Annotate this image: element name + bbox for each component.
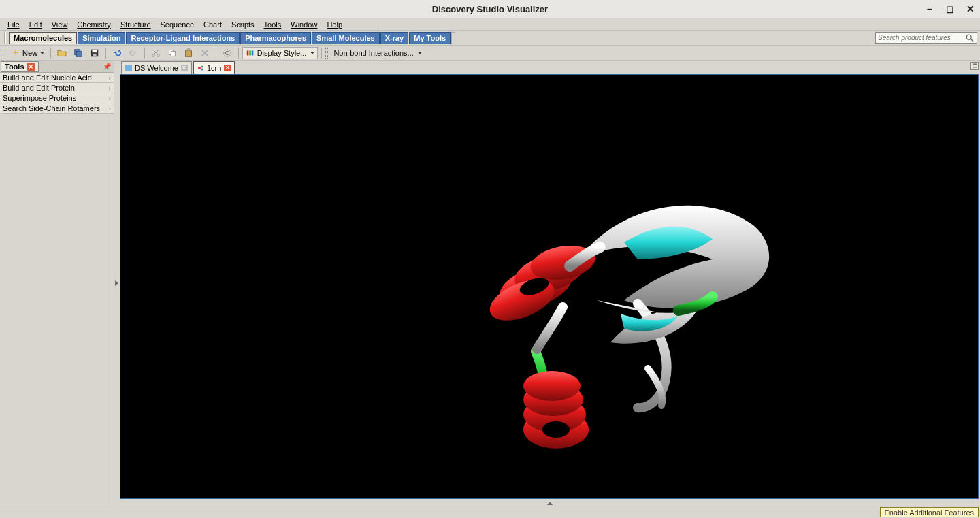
palette-icon — [246, 48, 255, 58]
delete-icon — [200, 48, 210, 58]
new-button[interactable]: New — [8, 47, 47, 59]
menu-chemistry[interactable]: Chemistry — [72, 20, 116, 29]
menu-view[interactable]: View — [47, 20, 73, 29]
svg-point-29 — [201, 68, 203, 70]
svg-rect-24 — [249, 50, 251, 55]
nonbond-dropdown[interactable]: Non-bond Interactions... — [331, 47, 424, 59]
svg-rect-6 — [92, 50, 97, 52]
gear-icon — [223, 48, 232, 58]
window-title: Discovery Studio Visualizer — [432, 4, 548, 14]
toolbar-grip-icon — [325, 48, 328, 59]
redo-icon — [129, 48, 138, 58]
menu-window[interactable]: Window — [286, 20, 322, 29]
tab-1crn[interactable]: 1crn ✕ — [193, 61, 235, 74]
grip-icon — [4, 32, 6, 44]
molecule-viewport[interactable] — [120, 74, 979, 499]
maximize-button[interactable]: ◻ — [945, 3, 956, 14]
separator — [105, 48, 106, 59]
menu-sequence[interactable]: Sequence — [156, 20, 199, 29]
svg-rect-12 — [185, 50, 191, 56]
svg-point-8 — [152, 54, 154, 56]
redo-button[interactable] — [126, 47, 141, 59]
module-tab-pharmacophores[interactable]: Pharmacophores — [240, 32, 311, 44]
document-area: DS Welcome ✕ 1crn ✕ ❐ — [119, 61, 980, 506]
status-bar: Enable Additional Features — [0, 506, 980, 518]
module-tab-my-tools[interactable]: My Tools — [409, 32, 451, 44]
sidebar-item-protein[interactable]: Build and Edit Protein — [0, 83, 114, 93]
search-icon[interactable] — [965, 33, 975, 43]
sparkle-icon — [11, 48, 20, 58]
save-all-button[interactable] — [71, 47, 86, 59]
svg-point-27 — [198, 67, 201, 69]
module-tab-xray[interactable]: X-ray — [380, 32, 409, 44]
svg-rect-25 — [251, 50, 253, 55]
close-button[interactable]: ✕ — [965, 3, 976, 14]
scissors-icon — [151, 48, 161, 58]
menu-chart[interactable]: Chart — [199, 20, 227, 29]
svg-point-9 — [157, 54, 159, 56]
sidebar-header: Tools ✕ 📌 — [0, 61, 114, 73]
display-style-dropdown[interactable]: Display Style... — [242, 47, 318, 59]
module-tab-receptor-ligand[interactable]: Receptor-Ligand Interactions — [126, 32, 240, 44]
save-button[interactable] — [87, 47, 102, 59]
sidebar-item-superimpose[interactable]: Superimpose Proteins — [0, 93, 114, 103]
protein-ribbon-render — [120, 75, 978, 498]
close-icon[interactable]: ✕ — [181, 65, 188, 71]
svg-line-1 — [971, 39, 974, 42]
separator — [238, 48, 239, 59]
horizontal-splitter[interactable] — [119, 500, 980, 506]
viewport-container — [119, 74, 980, 500]
module-bar: Macromolecules Simulation Receptor-Ligan… — [0, 31, 980, 46]
chevron-up-icon — [547, 502, 553, 505]
enable-features-button[interactable]: Enable Additional Features — [880, 507, 979, 517]
cut-button[interactable] — [148, 47, 163, 59]
module-tab-macromolecules[interactable]: Macromolecules — [9, 32, 77, 44]
open-button[interactable] — [54, 47, 69, 59]
svg-rect-11 — [171, 51, 175, 56]
close-icon[interactable]: ✕ — [224, 65, 231, 71]
close-icon[interactable]: ✕ — [27, 63, 35, 71]
undo-icon — [112, 48, 122, 58]
svg-point-14 — [225, 51, 229, 54]
svg-rect-7 — [93, 53, 96, 56]
menu-tools[interactable]: Tools — [259, 20, 287, 29]
main-area: Tools ✕ 📌 Build and Edit Nucleic Acid Bu… — [0, 61, 980, 506]
toolbar: New Display Style... Non-bond Interactio… — [0, 46, 980, 61]
minimize-button[interactable]: – — [924, 3, 935, 14]
delete-button[interactable] — [197, 47, 212, 59]
svg-line-19 — [224, 50, 225, 50]
menu-structure[interactable]: Structure — [116, 20, 156, 29]
menu-file[interactable]: File — [3, 20, 24, 29]
chevron-down-icon — [40, 52, 44, 54]
sidebar-item-nucleic-acid[interactable]: Build and Edit Nucleic Acid — [0, 73, 114, 83]
menu-help[interactable]: Help — [322, 20, 347, 29]
separator — [321, 48, 322, 59]
paste-button[interactable] — [181, 47, 196, 59]
vertical-splitter[interactable] — [114, 61, 119, 506]
sidebar-tab-tools[interactable]: Tools ✕ — [1, 61, 39, 72]
search-input[interactable] — [878, 34, 965, 42]
menu-scripts[interactable]: Scripts — [227, 20, 259, 29]
svg-rect-13 — [187, 48, 190, 50]
pin-icon[interactable]: 📌 — [103, 63, 111, 70]
module-tab-small-molecules[interactable]: Small Molecules — [312, 32, 380, 44]
menu-edit[interactable]: Edit — [24, 20, 47, 29]
tools-sidebar: Tools ✕ 📌 Build and Edit Nucleic Acid Bu… — [0, 61, 114, 506]
svg-point-39 — [542, 421, 570, 438]
welcome-icon — [125, 65, 132, 71]
save-multi-icon — [74, 48, 83, 58]
sidebar-item-rotamers[interactable]: Search Side-Chain Rotamers — [0, 103, 114, 114]
undo-button[interactable] — [110, 47, 125, 59]
copy-button[interactable] — [165, 47, 180, 59]
chevron-down-icon — [310, 52, 314, 54]
restore-window-icon[interactable]: ❐ — [970, 62, 979, 70]
module-tab-simulation[interactable]: Simulation — [78, 32, 125, 44]
svg-line-22 — [229, 50, 230, 50]
settings-button[interactable] — [220, 47, 235, 59]
menu-bar: File Edit View Chemistry Structure Seque… — [0, 18, 980, 31]
molecule-icon — [197, 65, 204, 71]
tab-ds-welcome[interactable]: DS Welcome ✕ — [121, 61, 192, 74]
folder-open-icon — [57, 48, 67, 58]
chevron-down-icon — [418, 52, 422, 54]
search-box[interactable] — [875, 32, 977, 44]
